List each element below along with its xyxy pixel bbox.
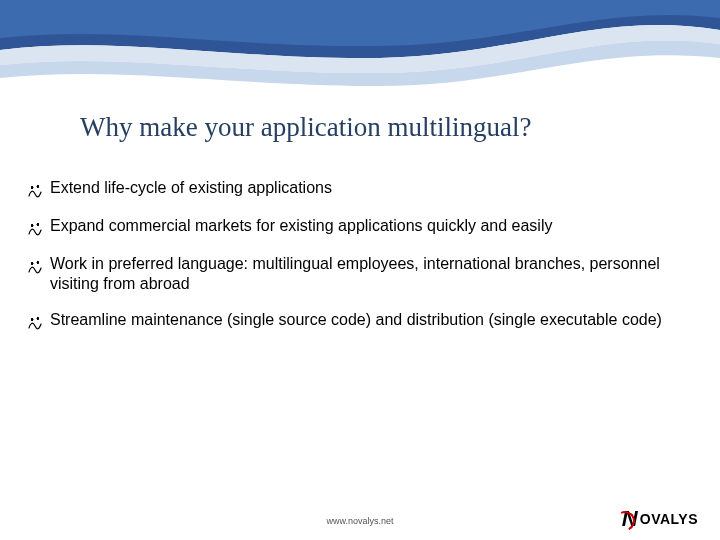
tilde-icon [28, 254, 44, 276]
bullet-text: Expand commercial markets for existing a… [50, 216, 552, 236]
list-item: Work in preferred language: multilingual… [28, 254, 692, 294]
logo-n-letter: N [622, 508, 638, 530]
header-swoosh [0, 0, 720, 100]
bullet-text: Work in preferred language: multilingual… [50, 254, 692, 294]
tilde-icon [28, 310, 44, 332]
slide-title: Why make your application multilingual? [80, 112, 531, 143]
logo-text: OVALYS [640, 511, 698, 527]
bullet-text: Extend life-cycle of existing applicatio… [50, 178, 332, 198]
list-item: Extend life-cycle of existing applicatio… [28, 178, 692, 200]
brand-logo: N OVALYS [622, 508, 698, 530]
list-item: Expand commercial markets for existing a… [28, 216, 692, 238]
bullet-list: Extend life-cycle of existing applicatio… [28, 178, 692, 348]
list-item: Streamline maintenance (single source co… [28, 310, 692, 332]
bullet-text: Streamline maintenance (single source co… [50, 310, 662, 330]
tilde-icon [28, 178, 44, 200]
footer-url: www.novalys.net [0, 516, 720, 526]
tilde-icon [28, 216, 44, 238]
